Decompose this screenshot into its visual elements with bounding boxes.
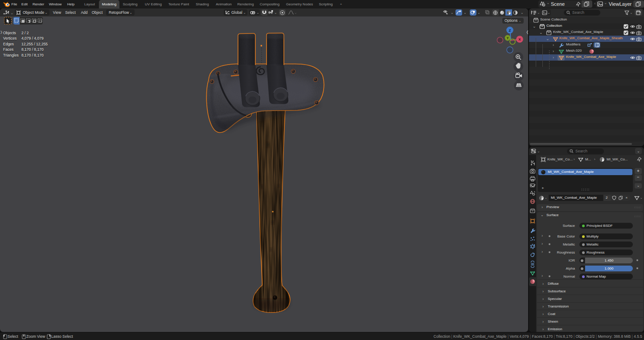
svg-text:Z: Z — [509, 29, 511, 33]
svg-text:X: X — [518, 37, 521, 41]
svg-text:Y: Y — [507, 37, 509, 40]
